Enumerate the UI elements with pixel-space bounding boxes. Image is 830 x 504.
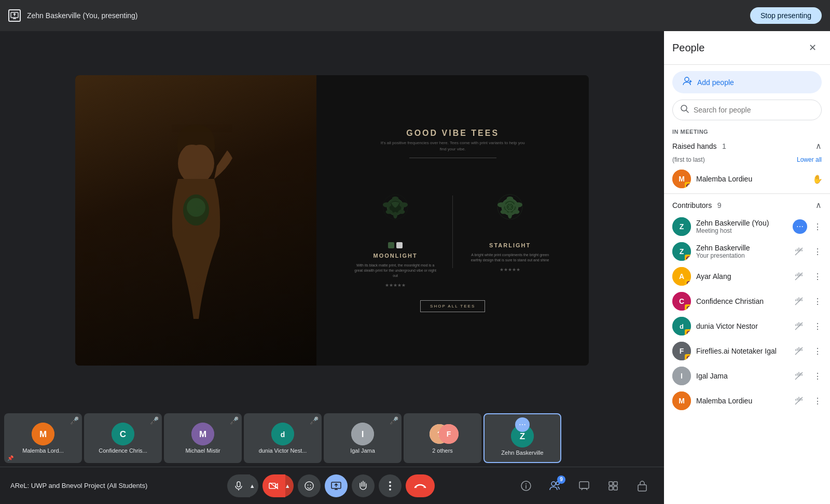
person-actions-fireflies: ⋮	[791, 343, 826, 359]
mute-zehn-pres[interactable]	[791, 243, 807, 260]
lower-hand-button-malemba[interactable]: ✋	[809, 171, 826, 187]
reactions-button[interactable]	[298, 474, 321, 497]
svg-text:M: M	[679, 397, 685, 405]
mute-igal[interactable]	[791, 368, 807, 384]
more-igal[interactable]: ⋮	[809, 368, 826, 384]
more-ayar[interactable]: ⋮	[809, 268, 826, 285]
more-options-zehn[interactable]: ⋯	[515, 417, 530, 432]
raise-hand-button[interactable]	[352, 474, 375, 497]
avatar-fireflies: F 🔇	[672, 342, 691, 360]
chat-button[interactable]	[573, 474, 596, 497]
more-zehn-you[interactable]: ⋮	[809, 218, 826, 235]
top-bar: Zehn Baskerville (You, presenting) Stop …	[0, 0, 830, 31]
search-input[interactable]	[694, 106, 814, 114]
thumb-name-malemba: Malemba Lord...	[20, 447, 65, 454]
svg-line-40	[270, 483, 278, 489]
people-button[interactable]: 9	[544, 474, 566, 497]
close-panel-button[interactable]: ✕	[803, 38, 822, 57]
mute-fireflies[interactable]	[791, 343, 807, 359]
camera-button[interactable]	[262, 474, 285, 497]
info-button[interactable]	[515, 474, 537, 497]
person-actions-malemba-hand: ✋	[809, 171, 826, 187]
svg-text:M: M	[199, 429, 206, 439]
thumb-michael[interactable]: 🎤 M Michael Mistir	[164, 413, 242, 463]
svg-text:d: d	[680, 323, 684, 330]
mute-ayar[interactable]	[791, 268, 807, 285]
svg-point-16	[497, 202, 506, 207]
yellow-badge-zehn-pres: 🔇	[685, 255, 691, 261]
person-actions-dunia: ⋮	[791, 318, 826, 334]
thumb-confidence[interactable]: 🎤 C Confidence Chris...	[84, 413, 162, 463]
svg-point-50	[551, 482, 556, 486]
more-fireflies[interactable]: ⋮	[809, 343, 826, 359]
main-area: GOOD VIBE TEES It's all positive frequen…	[0, 31, 830, 504]
products-row: MOONLIGHT With its black matte print, th…	[354, 176, 551, 287]
contributors-section-header[interactable]: Contributors 9 ∧	[664, 196, 830, 214]
thumb-others[interactable]: ? F 2 others	[404, 413, 481, 463]
screen-share-button[interactable]	[325, 474, 348, 497]
thumb-zehn[interactable]: ⋯ Z Zehn Baskerville	[483, 413, 561, 463]
person-name-confidence: Confidence Christian	[696, 297, 785, 305]
person-name-dunia: dunia Victor Nestor	[696, 322, 785, 330]
svg-point-17	[514, 202, 522, 207]
thumb-malemba[interactable]: 🎤 M Malemba Lord... 📌	[4, 413, 82, 463]
thumb-name-confidence: Confidence Chris...	[96, 447, 149, 454]
avatar-igal: I	[351, 423, 374, 445]
lock-button[interactable]	[631, 474, 654, 497]
lower-all-button[interactable]: Lower all	[797, 156, 822, 163]
thumbnail-strip: 🎤 M Malemba Lord... 📌 🎤 C Confidence Chr…	[0, 410, 664, 467]
stop-presenting-button[interactable]: Stop presenting	[750, 7, 822, 24]
color-swatch-light	[396, 242, 403, 248]
person-info-zehn-you: Zehn Baskerville (You) Meeting host	[696, 219, 787, 234]
thumb-dunia[interactable]: 🎤 d dunia Victor Nest...	[244, 413, 322, 463]
mute-icon-dunia: 🎤	[310, 416, 319, 425]
more-confidence[interactable]: ⋮	[809, 293, 826, 310]
person-info-ayar: Ayar Alang	[696, 272, 785, 281]
avatar-dunia: d	[271, 423, 294, 445]
search-box[interactable]	[672, 100, 822, 120]
person-row-confidence: C 🔇 Confidence Christian ⋮	[664, 289, 830, 314]
mic-button[interactable]	[227, 474, 250, 497]
person-info-fireflies: Fireflies.ai Notetaker Igal	[696, 347, 785, 355]
svg-point-59	[681, 105, 687, 111]
svg-point-3	[187, 198, 205, 217]
mute-malemba-c[interactable]	[791, 393, 807, 409]
mute-dunia[interactable]	[791, 318, 807, 334]
website-product-content: GOOD VIBE TEES It's all positive frequen…	[316, 75, 589, 366]
shop-all-tees-button[interactable]: SHOP ALL TEES	[420, 300, 485, 312]
avatar-confidence-panel: C 🔇	[672, 292, 691, 311]
bottom-bar: AReL: UWP and Bnevol Project (All Studen…	[0, 467, 664, 504]
mute-confidence[interactable]	[791, 293, 807, 310]
svg-point-10	[398, 210, 405, 214]
website-hero-image	[75, 75, 316, 366]
search-icon	[680, 104, 689, 116]
person-sub-zehn-pres: Your presentation	[696, 252, 785, 259]
thumb-igal[interactable]: 🎤 I Igal Jama	[324, 413, 402, 463]
more-dunia[interactable]: ⋮	[809, 318, 826, 334]
avatar-igal-panel: I	[672, 367, 691, 385]
activities-button[interactable]	[602, 474, 625, 497]
avatar-michael: M	[191, 423, 214, 445]
person-info-igal: Igal Jama	[696, 372, 785, 380]
avatar-malemba-c: M	[672, 391, 691, 410]
avatar-malemba-hand: M 🔇	[672, 170, 691, 188]
product-starlight: STARLIGHT A bright white print complimen…	[468, 176, 551, 272]
svg-rect-57	[638, 485, 646, 491]
add-people-button[interactable]: Add people	[672, 71, 822, 93]
raised-hands-section-header[interactable]: Raised hands 1 ∧	[664, 137, 830, 155]
avatar-zehn-you: Z	[672, 217, 691, 236]
more-zehn-pres[interactable]: ⋮	[809, 243, 826, 260]
person-name-malemba-c: Malemba Lordieu	[696, 397, 785, 405]
contributors-title: Contributors	[672, 201, 712, 209]
more-options-button[interactable]	[379, 474, 402, 497]
person-info-malemba-c: Malemba Lordieu	[696, 397, 785, 405]
panel-scroll-area[interactable]: Add people IN MEETING Raised hands 1 ∧ (…	[664, 65, 830, 504]
person-sub-zehn-you: Meeting host	[696, 227, 787, 234]
first-to-last-row: (first to last) Lower all	[664, 155, 830, 166]
svg-text:F: F	[680, 347, 684, 355]
mute-icon-igal: 🎤	[390, 416, 398, 425]
yellow-badge-dunia: 🔇	[685, 329, 691, 335]
end-call-button[interactable]	[406, 474, 435, 497]
svg-text:M: M	[39, 429, 47, 439]
more-malemba-c[interactable]: ⋮	[809, 393, 826, 409]
